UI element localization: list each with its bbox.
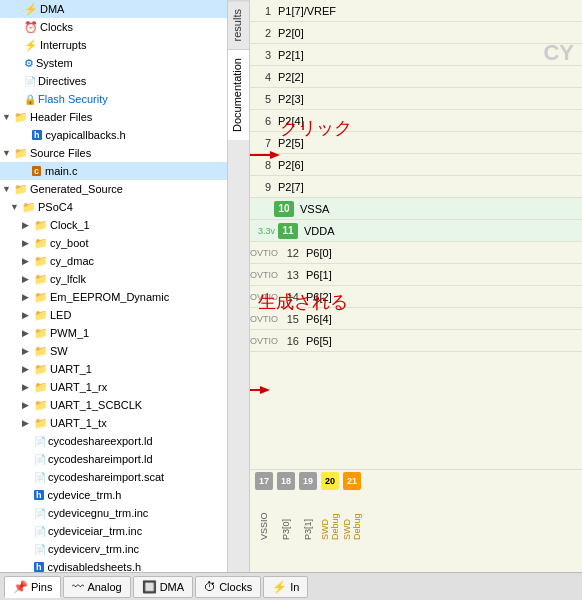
cydevice-trm-label: cydevice_trm.h bbox=[48, 489, 122, 501]
bottom-label-20: SWD Debug bbox=[320, 492, 340, 540]
pin-num-9: 9 bbox=[250, 181, 274, 193]
pins-tab-label: Pins bbox=[31, 581, 52, 593]
pin-label-5: P2[3] bbox=[274, 93, 304, 105]
tree-item-header-files[interactable]: ▼ 📁 Header Files bbox=[0, 108, 227, 126]
expand-icon-generated-source: ▼ bbox=[2, 184, 14, 194]
expand-icon-uart1: ▶ bbox=[22, 364, 34, 374]
file-tree-panel: ⚡ DMA ⏰ Clocks ⚡ Interrupts ⚙ System 📄 D… bbox=[0, 0, 228, 572]
ovtio-label-16: OVTIO bbox=[250, 336, 278, 346]
pin-label-2: P2[0] bbox=[274, 27, 304, 39]
tree-item-clocks[interactable]: ⏰ Clocks bbox=[0, 18, 227, 36]
main-container: ⚡ DMA ⏰ Clocks ⚡ Interrupts ⚙ System 📄 D… bbox=[0, 0, 582, 572]
folder-icon-uart1-tx: 📁 bbox=[34, 417, 48, 430]
pin-row-4: 4 P2[2] bbox=[250, 66, 582, 88]
directives-icon: 📄 bbox=[24, 76, 36, 87]
pin-label-1: P1[7]/VREF bbox=[274, 5, 336, 17]
pin-num-5: 5 bbox=[250, 93, 274, 105]
pin-row-16: OVTIO 16 P6[5] bbox=[250, 330, 582, 352]
tree-item-sw[interactable]: ▶ 📁 SW bbox=[0, 342, 227, 360]
tree-item-generated-source[interactable]: ▼ 📁 Generated_Source bbox=[0, 180, 227, 198]
tab-pins[interactable]: 📌 Pins bbox=[4, 576, 61, 598]
inc-file-icon3: 📄 bbox=[34, 544, 46, 555]
tree-item-cydeviceiar-trm[interactable]: 📄 cydeviceiar_trm.inc bbox=[0, 522, 227, 540]
tree-item-cyapicallbacks[interactable]: h cyapicallbacks.h bbox=[0, 126, 227, 144]
pin-label-12: P6[0] bbox=[302, 247, 332, 259]
dma-tab-label: DMA bbox=[160, 581, 184, 593]
tab-clocks[interactable]: ⏱ Clocks bbox=[195, 576, 261, 598]
tab-results[interactable]: results bbox=[228, 0, 249, 49]
cyapicallbacks-label: cyapicallbacks.h bbox=[46, 129, 126, 141]
folder-icon-uart1-rx: 📁 bbox=[34, 381, 48, 394]
pin-num-2: 2 bbox=[250, 27, 274, 39]
pin-row-9: 9 P2[7] bbox=[250, 176, 582, 198]
clocks-tab-label: Clocks bbox=[219, 581, 252, 593]
pin-label-9: P2[7] bbox=[274, 181, 304, 193]
tree-item-main-c[interactable]: c main.c bbox=[0, 162, 227, 180]
cydeviceiar-trm-label: cydeviceiar_trm.inc bbox=[48, 525, 142, 537]
tree-item-em-eeprom[interactable]: ▶ 📁 Em_EEPROM_Dynamic bbox=[0, 288, 227, 306]
tree-item-cydevice-trm[interactable]: h cydevice_trm.h bbox=[0, 486, 227, 504]
pin-row-3: 3 P2[1] bbox=[250, 44, 582, 66]
expand-icon-clock1: ▶ bbox=[22, 220, 34, 230]
interrupts-tab-label: In bbox=[290, 581, 299, 593]
interrupts-label: Interrupts bbox=[40, 39, 86, 51]
cy-chip-label: CY bbox=[543, 40, 574, 66]
cy-lfclk-label: cy_lfclk bbox=[50, 273, 86, 285]
h-file-icon: h bbox=[32, 130, 42, 140]
expand-icon-header-files: ▼ bbox=[2, 112, 14, 122]
tree-item-uart1[interactable]: ▶ 📁 UART_1 bbox=[0, 360, 227, 378]
expand-icon-cy-boot: ▶ bbox=[22, 238, 34, 248]
tree-item-cydisabledsheets[interactable]: h cydisabledsheets.h bbox=[0, 558, 227, 572]
cydevicerv-trm-label: cydevicerv_trm.inc bbox=[48, 543, 139, 555]
tree-item-cydevicegnu-trm[interactable]: 📄 cydevicegnu_trm.inc bbox=[0, 504, 227, 522]
tree-item-interrupts[interactable]: ⚡ Interrupts bbox=[0, 36, 227, 54]
tree-item-cy-boot[interactable]: ▶ 📁 cy_boot bbox=[0, 234, 227, 252]
tree-item-cy-dmac[interactable]: ▶ 📁 cy_dmac bbox=[0, 252, 227, 270]
tree-item-psoc4[interactable]: ▼ 📁 PSoC4 bbox=[0, 198, 227, 216]
tree-item-system[interactable]: ⚙ System bbox=[0, 54, 227, 72]
folder-icon-em-eeprom: 📁 bbox=[34, 291, 48, 304]
tree-item-cy-lfclk[interactable]: ▶ 📁 cy_lfclk bbox=[0, 270, 227, 288]
tree-item-clock1[interactable]: ▶ 📁 Clock_1 bbox=[0, 216, 227, 234]
tab-analog[interactable]: 〰 Analog bbox=[63, 576, 130, 598]
tree-item-cycodeshareimport-scat[interactable]: 📄 cycodeshareimport.scat bbox=[0, 468, 227, 486]
tree-item-uart1-scbclk[interactable]: ▶ 📁 UART_1_SCBCLK bbox=[0, 396, 227, 414]
tree-item-uart1-tx[interactable]: ▶ 📁 UART_1_tx bbox=[0, 414, 227, 432]
pin-row-11: 3.3v 11 VDDA bbox=[250, 220, 582, 242]
source-files-label: Source Files bbox=[30, 147, 91, 159]
pin-diagram-panel: 1 P1[7]/VREF 2 P2[0] 3 P2[1] 4 P2[2] 5 P… bbox=[250, 0, 582, 572]
annotation-click: クリック bbox=[280, 116, 352, 140]
tree-item-cydevicerv-trm[interactable]: 📄 cydevicerv_trm.inc bbox=[0, 540, 227, 558]
pin-row-8: 8 P2[6] bbox=[250, 154, 582, 176]
expand-icon-cy-dmac: ▶ bbox=[22, 256, 34, 266]
tab-interrupts[interactable]: ⚡ In bbox=[263, 576, 308, 598]
folder-icon-cy-dmac: 📁 bbox=[34, 255, 48, 268]
tree-item-source-files[interactable]: ▼ 📁 Source Files bbox=[0, 144, 227, 162]
pins-tab-icon: 📌 bbox=[13, 580, 28, 594]
pin-num-16: 16 bbox=[278, 335, 302, 347]
interrupts-tab-icon: ⚡ bbox=[272, 580, 287, 594]
tree-item-pwm1[interactable]: ▶ 📁 PWM_1 bbox=[0, 324, 227, 342]
tree-item-led[interactable]: ▶ 📁 LED bbox=[0, 306, 227, 324]
tab-documentation[interactable]: Documentation bbox=[228, 49, 249, 140]
dma-icon: ⚡ bbox=[24, 3, 38, 16]
folder-icon-generated-source: 📁 bbox=[14, 183, 28, 196]
tree-item-cycodesharexport[interactable]: 📄 cycodeshareexport.ld bbox=[0, 432, 227, 450]
tree-item-directives[interactable]: 📄 Directives bbox=[0, 72, 227, 90]
scat-file-icon: 📄 bbox=[34, 472, 46, 483]
tree-item-uart1-rx[interactable]: ▶ 📁 UART_1_rx bbox=[0, 378, 227, 396]
tree-item-dma[interactable]: ⚡ DMA bbox=[0, 0, 227, 18]
bottom-badge-20: 20 bbox=[321, 472, 339, 490]
bottom-label-19: P3[1] bbox=[303, 492, 313, 540]
pwm1-label: PWM_1 bbox=[50, 327, 89, 339]
tree-item-flash-security[interactable]: 🔒 Flash Security bbox=[0, 90, 227, 108]
folder-icon-uart1: 📁 bbox=[34, 363, 48, 376]
tree-item-cycodeshareimport-ld[interactable]: 📄 cycodeshareimport.ld bbox=[0, 450, 227, 468]
pin-num-11-prefix: 3.3v bbox=[250, 226, 278, 236]
tab-dma[interactable]: 🔲 DMA bbox=[133, 576, 193, 598]
uart1-scbclk-label: UART_1_SCBCLK bbox=[50, 399, 142, 411]
clock1-label: Clock_1 bbox=[50, 219, 90, 231]
bottom-label-21: SWD Debug bbox=[342, 492, 362, 540]
folder-icon-uart1-scbclk: 📁 bbox=[34, 399, 48, 412]
uart1-tx-label: UART_1_tx bbox=[50, 417, 107, 429]
